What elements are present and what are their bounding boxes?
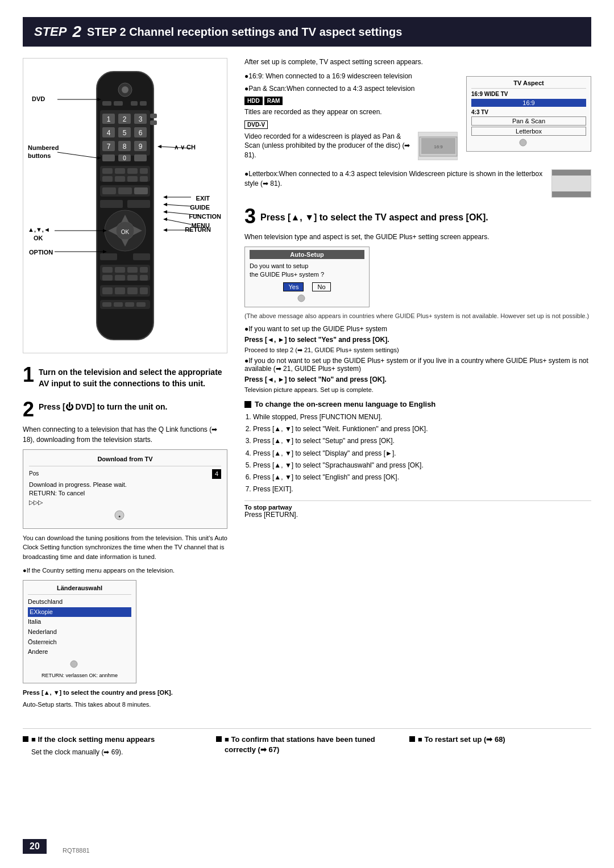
step-label: STEP: [34, 24, 67, 39]
svg-text:9: 9: [139, 143, 143, 151]
dvdv-text: Video recorded for a widescreen is playe…: [244, 132, 412, 160]
auto-setup-box: Auto-Setup Do you want to setupthe GUIDE…: [244, 247, 370, 307]
auto-setup-logo: [296, 294, 318, 303]
letterbox-image: [551, 169, 591, 198]
svg-rect-92: [114, 302, 123, 307]
label-arrows: ▲,▼,◄: [28, 226, 50, 233]
stations-title: ■ To confirm that stations have been tun…: [225, 735, 398, 755]
sq-icon-clock: [23, 736, 28, 742]
svg-rect-62: [102, 187, 116, 194]
svg-text:0: 0: [123, 155, 126, 161]
bullet-169: ●16:9: When connected to a 16:9 widescre…: [244, 72, 458, 81]
svg-rect-56: [140, 168, 148, 174]
clock-title: ■ If the clock setting menu appears: [31, 735, 155, 745]
svg-text:2: 2: [123, 115, 127, 123]
svg-rect-78: [115, 267, 125, 273]
lang-step-4: Press [▲, ▼] to select "Display" and pre…: [253, 448, 591, 459]
svg-rect-35: [150, 120, 157, 125]
lang-step-3: Press [▲, ▼] to select "Setup" and press…: [253, 436, 591, 446]
step2-body: When connecting to a television that has…: [23, 424, 227, 710]
label-function: FUNCTION: [189, 213, 221, 220]
svg-rect-25: [131, 101, 138, 106]
svg-text:16:9: 16:9: [434, 144, 443, 149]
bottom-section: ■ If the clock setting menu appears Set …: [23, 728, 591, 758]
dvdv-badge: DVD-V: [244, 120, 268, 129]
stations-section: ■ To confirm that stations have been tun…: [216, 735, 398, 758]
yes-instruction: Press [◄, ►] to select "Yes" and press […: [244, 336, 591, 344]
tv-aspect-panscan: Pan & Scan: [471, 116, 586, 126]
svg-rect-50: [134, 155, 147, 161]
clock-text: Set the clock manually (➡ 69).: [31, 748, 205, 756]
step-number: 2: [72, 23, 81, 41]
aspect-logo: [517, 139, 540, 147]
lang-step-7: Press [EXIT].: [253, 484, 591, 495]
tv-aspect-selected: 16:9: [471, 99, 586, 107]
auto-setup-text: Do you want to setupthe GUIDE Plus+ syst…: [250, 262, 364, 279]
svg-rect-94: [136, 302, 146, 307]
ram-badge: RAM: [264, 97, 283, 105]
lang-step-5: Press [▲, ▼] to select "Sprachauswahl" a…: [253, 460, 591, 471]
country-box-title: Länderauswahl: [28, 583, 131, 595]
svg-rect-60: [140, 176, 148, 182]
svg-point-98: [520, 139, 526, 146]
bullet-pan-text: ●Pan & Scan:When connected to a 4:3 aspe…: [244, 84, 414, 94]
label-return: RETURN: [185, 226, 211, 233]
svg-rect-55: [127, 168, 138, 174]
step1-number: 1: [23, 365, 34, 385]
svg-rect-48: [102, 155, 115, 161]
svg-point-102: [298, 295, 305, 302]
logo-icon: ●: [114, 510, 136, 521]
step3-number: 3: [244, 206, 256, 227]
clock-section: ■ If the clock setting menu appears Set …: [23, 735, 205, 758]
auto-no-btn[interactable]: No: [312, 282, 330, 291]
svg-rect-86: [102, 287, 113, 294]
press-country-instruction: Press [▲, ▼] to select the country and p…: [23, 688, 227, 698]
step2-number: 2: [23, 399, 34, 420]
hdd-badge: HDD: [244, 97, 263, 105]
svg-rect-82: [115, 275, 125, 281]
hdd-ram-badges: HDD RAM: [244, 97, 458, 105]
svg-rect-63: [118, 187, 132, 194]
svg-rect-58: [115, 176, 125, 182]
label-ok: OK: [34, 235, 43, 241]
svg-rect-93: [125, 302, 134, 307]
tv-aspect-title: TV Aspect: [471, 80, 586, 89]
svg-rect-91: [102, 302, 111, 307]
label-exit: EXIT: [196, 195, 210, 202]
svg-rect-77: [102, 267, 113, 273]
country-logo: [68, 660, 91, 669]
svg-rect-34: [150, 114, 157, 118]
svg-rect-80: [140, 267, 148, 273]
step3-heading: Press [▲, ▼] to select the TV aspect and…: [260, 212, 488, 224]
auto-yes-btn[interactable]: Yes: [283, 282, 304, 291]
dvdv-image: 16:9: [418, 132, 458, 160]
step3-sub: When television type and aspect is set, …: [244, 233, 591, 241]
svg-rect-64: [134, 187, 148, 194]
sq-icon-restart: [409, 736, 415, 742]
step3-section: 3 Press [▲, ▼] to select the TV aspect a…: [244, 206, 591, 228]
language-steps-list: While stopped, Press [FUNCTION MENU]. Pr…: [253, 412, 591, 495]
press-country-note: Auto-Setup starts. This takes about 8 mi…: [23, 700, 227, 710]
svg-rect-74: [100, 253, 117, 260]
svg-rect-65: [100, 200, 123, 208]
remote-container: DVD Numberedbuttons ∧ ∨ CH EXIT GUIDE FU…: [23, 58, 227, 353]
label-dvd: DVD: [32, 95, 45, 102]
download-box-title: Download from TV: [29, 454, 221, 466]
remote-drawing: 1 2 3 4 5 6 7: [68, 69, 182, 342]
country-box: Länderauswahl Deutschland EXkopie Italia…: [23, 580, 136, 683]
bullet-169-text: ●16:9: When connected to a 16:9 widescre…: [244, 72, 412, 81]
svg-rect-79: [127, 267, 138, 273]
step1-heading: Turn on the television and select the ap…: [39, 365, 227, 389]
label-option: OPTION: [29, 249, 53, 256]
sq-icon-stations: [216, 736, 222, 742]
svg-rect-75: [133, 253, 150, 260]
letterbox-text: ●Letterbox:When connected to a 4:3 aspec…: [244, 169, 546, 189]
guide-plus-section: ●If you want to set up the GUIDE Plus+ s…: [244, 325, 591, 393]
svg-rect-83: [127, 275, 138, 281]
svg-rect-26: [140, 101, 147, 106]
letterbox-section: ●Letterbox:When connected to a 4:3 aspec…: [244, 169, 591, 198]
step2-section: 2 Press [⏻ DVD] to turn the unit on. Whe…: [23, 399, 227, 710]
change-language-title: To change the on-screen menu language to…: [255, 400, 435, 408]
lang-step-2: Press [▲, ▼] to select "Weit. Funktionen…: [253, 424, 591, 435]
svg-rect-87: [115, 287, 125, 294]
